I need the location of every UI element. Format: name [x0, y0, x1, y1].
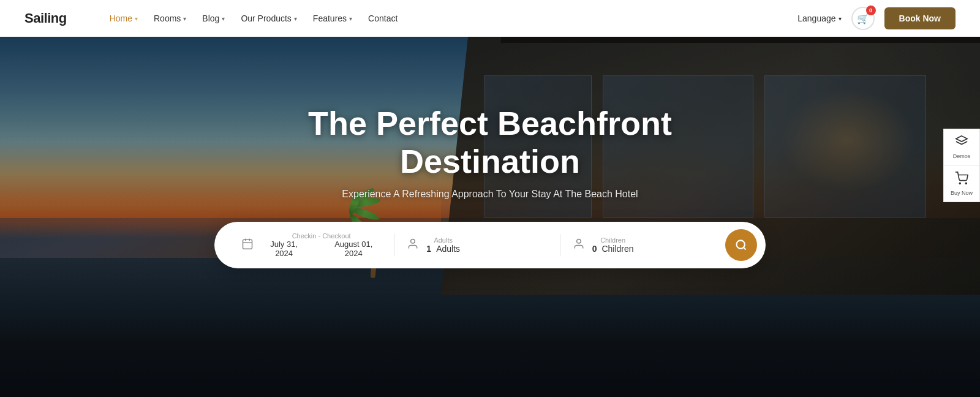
- hero-content: The Perfect Beachfront Destination Exper…: [214, 104, 766, 268]
- date-range: July 31, 2024 August 01, 2024: [261, 240, 382, 258]
- chevron-down-icon: ▾: [222, 15, 225, 22]
- nav-item-rooms[interactable]: Rooms ▾: [148, 10, 192, 27]
- nav-right: Language ▾ 🛒 0 Book Now: [797, 7, 956, 30]
- hero-subtitle: Experience A Refreshing Approach To Your…: [214, 189, 766, 200]
- book-now-button[interactable]: Book Now: [884, 7, 956, 29]
- nav-item-blog[interactable]: Blog ▾: [196, 10, 231, 27]
- svg-rect-0: [243, 240, 252, 249]
- children-text: Children: [601, 244, 633, 254]
- chevron-down-icon: ▾: [839, 15, 842, 22]
- svg-marker-8: [956, 136, 967, 142]
- chevron-down-icon: ▾: [349, 15, 352, 22]
- child-icon: [573, 238, 585, 253]
- chevron-down-icon: ▾: [183, 15, 186, 22]
- nav-item-home[interactable]: Home ▾: [104, 10, 144, 27]
- demos-label: Demos: [953, 153, 971, 159]
- layers-icon: [955, 135, 968, 151]
- chevron-down-icon: ▾: [294, 15, 297, 22]
- nav-item-products[interactable]: Our Products ▾: [235, 10, 303, 27]
- svg-line-7: [744, 248, 746, 250]
- side-panel: Demos Buy Now: [943, 129, 980, 202]
- checkin-checkout-section[interactable]: Checkin - Checkout July 31, 2024 August …: [229, 230, 394, 260]
- brand-logo[interactable]: Sailing: [24, 10, 67, 26]
- nav-item-features[interactable]: Features ▾: [307, 10, 358, 27]
- svg-point-4: [411, 239, 415, 243]
- hero-title: The Perfect Beachfront Destination: [214, 104, 766, 180]
- cart-button[interactable]: 🛒 0: [851, 7, 875, 30]
- checkout-date: August 01, 2024: [325, 240, 382, 258]
- svg-point-10: [965, 183, 967, 184]
- person-icon: [407, 238, 419, 253]
- buy-label: Buy Now: [951, 190, 973, 196]
- svg-point-9: [959, 183, 960, 184]
- nav-item-contact[interactable]: Contact: [362, 10, 404, 27]
- hero-section: The Perfect Beachfront Destination Exper…: [0, 0, 980, 397]
- checkin-label: Checkin - Checkout: [261, 232, 382, 240]
- cart-badge: 0: [866, 6, 876, 15]
- shopping-cart-icon: [955, 172, 968, 188]
- checkin-date: July 31, 2024: [261, 240, 307, 258]
- cart-icon: 🛒: [857, 13, 869, 25]
- svg-point-6: [736, 241, 744, 249]
- children-label: Children: [592, 236, 634, 244]
- search-bar: Checkin - Checkout July 31, 2024 August …: [214, 222, 766, 268]
- adults-count: 1: [426, 244, 431, 254]
- children-section[interactable]: Children 0 Children: [560, 234, 725, 256]
- adults-label: Adults: [426, 236, 460, 244]
- calendar-icon: [241, 238, 254, 253]
- search-button[interactable]: [725, 229, 757, 261]
- svg-point-5: [576, 239, 581, 243]
- navbar: Sailing Home ▾ Rooms ▾ Blog ▾ Our Produc…: [0, 0, 980, 37]
- buy-now-button[interactable]: Buy Now: [943, 165, 980, 202]
- adults-text: Adults: [436, 244, 460, 254]
- language-selector[interactable]: Language ▾: [797, 13, 841, 23]
- adults-section[interactable]: Adults 1 Adults: [394, 234, 559, 256]
- demos-button[interactable]: Demos: [943, 129, 980, 165]
- children-count: 0: [592, 244, 597, 254]
- chevron-down-icon: ▾: [135, 15, 138, 22]
- nav-links: Home ▾ Rooms ▾ Blog ▾ Our Products ▾ Fea…: [104, 10, 798, 27]
